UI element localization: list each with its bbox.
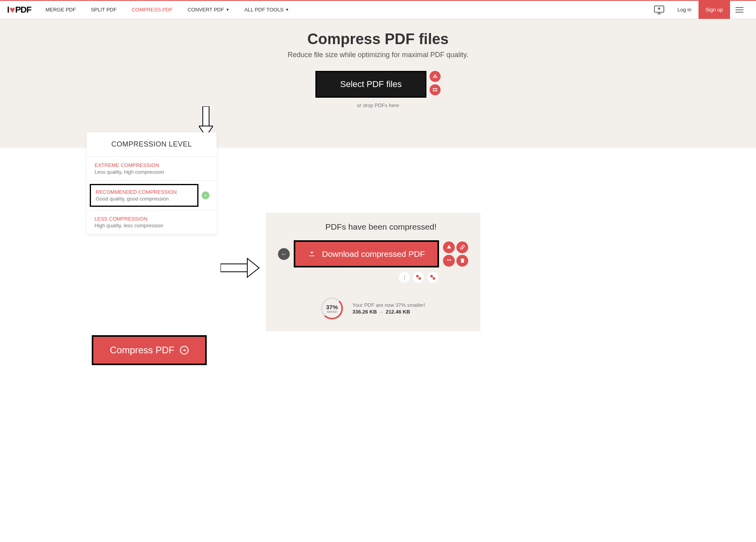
check-icon: ✓ (202, 191, 209, 199)
compression-option-recommended[interactable]: RECOMMENDED COMPRESSION Good quality, go… (90, 184, 198, 207)
nav-convert[interactable]: CONVERT PDF ▼ (187, 7, 230, 13)
svg-rect-9 (419, 277, 421, 280)
option-title: RECOMMENDED COMPRESSION (96, 189, 177, 195)
back-button[interactable]: ← (278, 248, 290, 260)
signup-button[interactable]: Sign up (699, 1, 730, 19)
logo-prefix: I (7, 5, 9, 15)
compression-option-less[interactable]: LESS COMPRESSION High quality, less comp… (87, 210, 217, 234)
delete-button[interactable] (456, 255, 468, 267)
arrow-right-annotation (220, 257, 260, 280)
save-to-dropbox-button[interactable] (443, 255, 455, 267)
page-subtitle: Reduce file size while optimizing for ma… (0, 51, 756, 59)
share-link-button[interactable] (456, 241, 468, 253)
svg-rect-6 (203, 106, 209, 126)
main-nav: MERGE PDF SPLIT PDF COMPRESS PDF CONVERT… (45, 7, 289, 13)
logo-suffix: PDF (15, 5, 31, 15)
option-title: LESS COMPRESSION (94, 216, 163, 222)
arrow-right-circle-icon: ➜ (180, 346, 189, 355)
drop-hint: or drop PDFs here (0, 102, 756, 108)
svg-rect-11 (433, 277, 435, 280)
download-label: Download compressed PDF (322, 249, 425, 259)
continue-tool-1-button[interactable] (413, 271, 424, 283)
logo[interactable]: I ♥ PDF (7, 4, 31, 15)
option-sub: Less quality, high compression (94, 169, 164, 175)
continue-tool-2-button[interactable] (427, 271, 439, 283)
result-title: PDFs have been compressed! (293, 222, 469, 232)
compression-option-extreme[interactable]: EXTREME COMPRESSION Less quality, high c… (87, 157, 217, 181)
smaller-text: Your PDF are now 37% smaller! (352, 302, 425, 308)
compression-header: COMPRESSION LEVEL (87, 132, 217, 157)
size-before: 336.26 KB (352, 309, 377, 315)
svg-rect-8 (416, 275, 419, 277)
percent-value: 37% (326, 304, 338, 310)
save-to-drive-button[interactable] (443, 241, 455, 253)
hamburger-menu-icon[interactable] (730, 1, 749, 19)
more-options-button[interactable]: ⋮ (398, 271, 410, 283)
chevron-down-icon: ▼ (226, 7, 230, 12)
hero-section: Compress PDF files Reduce file size whil… (0, 19, 756, 148)
download-icon (308, 249, 316, 259)
option-title: EXTREME COMPRESSION (94, 162, 164, 168)
compress-pdf-button[interactable]: Compress PDF ➜ (92, 335, 207, 365)
download-button[interactable]: Download compressed PDF (294, 240, 439, 267)
option-sub: High quality, less compression (94, 223, 163, 228)
nav-convert-label: CONVERT PDF (187, 7, 224, 13)
svg-rect-7 (220, 264, 247, 272)
option-sub: Good quality, good compression (96, 196, 177, 202)
nav-all-label: ALL PDF TOOLS (245, 7, 284, 13)
nav-compress[interactable]: COMPRESS PDF (132, 7, 172, 13)
size-comparison: 336.26 KB → 212.46 KB (352, 309, 425, 315)
desktop-download-icon[interactable] (651, 2, 667, 18)
compression-level-panel: COMPRESSION LEVEL EXTREME COMPRESSION Le… (87, 132, 217, 234)
header: I ♥ PDF MERGE PDF SPLIT PDF COMPRESS PDF… (0, 1, 756, 19)
page-title: Compress PDF files (0, 31, 756, 48)
select-files-button[interactable]: Select PDF files (315, 71, 427, 98)
arrow-icon: → (379, 310, 384, 314)
heart-icon: ♥ (9, 4, 15, 15)
dropbox-button[interactable] (430, 84, 441, 95)
svg-rect-10 (430, 275, 433, 277)
login-button[interactable]: Log in (670, 1, 698, 19)
compress-btn-label: Compress PDF (110, 345, 174, 356)
google-drive-button[interactable] (430, 71, 441, 82)
chevron-down-icon: ▼ (285, 7, 289, 12)
percent-saved-gauge: 37% SAVED (321, 297, 343, 319)
nav-all-tools[interactable]: ALL PDF TOOLS ▼ (245, 7, 289, 13)
result-panel: PDFs have been compressed! ← Download co… (266, 213, 480, 331)
saved-label: SAVED (327, 310, 337, 313)
size-after: 212.46 KB (385, 309, 410, 315)
nav-split[interactable]: SPLIT PDF (91, 7, 117, 13)
nav-merge[interactable]: MERGE PDF (45, 7, 76, 13)
